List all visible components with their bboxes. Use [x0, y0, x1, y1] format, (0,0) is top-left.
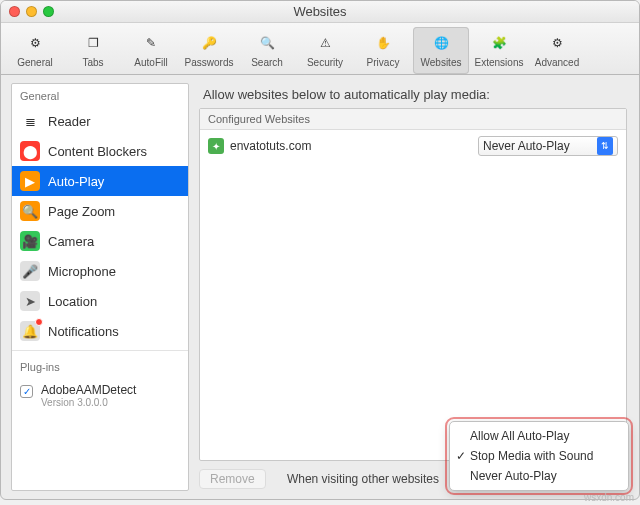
- passwords-icon: 🔑: [195, 29, 223, 57]
- plugin-checkbox[interactable]: ✓: [20, 385, 33, 398]
- toolbar-general[interactable]: ⚙General: [7, 27, 63, 74]
- toolbar-label: Security: [307, 57, 343, 68]
- sidebar-item-label: Auto-Play: [48, 174, 104, 189]
- sidebar-group-general: General: [12, 84, 188, 106]
- auto-play-icon: ▶: [20, 171, 40, 191]
- window-title: Websites: [1, 4, 639, 19]
- site-name: envatotuts.com: [230, 139, 472, 153]
- content-area: General ≣Reader⬤Content Blockers▶Auto-Pl…: [1, 75, 639, 499]
- reader-icon: ≣: [20, 111, 40, 131]
- content-blockers-icon: ⬤: [20, 141, 40, 161]
- plugin-version: Version 3.0.0.0: [41, 397, 136, 408]
- sidebar-item-label: Page Zoom: [48, 204, 115, 219]
- toolbar-label: Tabs: [82, 57, 103, 68]
- sidebar-item-label: Reader: [48, 114, 91, 129]
- toolbar-websites[interactable]: 🌐Websites: [413, 27, 469, 74]
- sidebar-item-camera[interactable]: 🎥Camera: [12, 226, 188, 256]
- toolbar-label: AutoFill: [134, 57, 167, 68]
- titlebar: Websites: [1, 1, 639, 23]
- toolbar-tabs[interactable]: ❐Tabs: [65, 27, 121, 74]
- preferences-toolbar: ⚙General❐Tabs✎AutoFill🔑Passwords🔍Search⚠…: [1, 23, 639, 75]
- footer-label: When visiting other websites: [287, 472, 439, 486]
- toolbar-label: General: [17, 57, 53, 68]
- toolbar-autofill[interactable]: ✎AutoFill: [123, 27, 179, 74]
- box-header: Configured Websites: [200, 109, 626, 130]
- privacy-icon: ✋: [369, 29, 397, 57]
- website-row[interactable]: ✦envatotuts.comNever Auto-Play⇅: [200, 130, 626, 162]
- toolbar-security[interactable]: ⚠Security: [297, 27, 353, 74]
- divider: [12, 350, 188, 351]
- menu-item-stop-media-with-sound[interactable]: Stop Media with Sound: [450, 446, 628, 466]
- sidebar-item-label: Content Blockers: [48, 144, 147, 159]
- security-icon: ⚠: [311, 29, 339, 57]
- sidebar-item-microphone[interactable]: 🎤Microphone: [12, 256, 188, 286]
- plugin-row[interactable]: ✓ AdobeAAMDetect Version 3.0.0.0: [12, 377, 188, 414]
- tabs-icon: ❐: [79, 29, 107, 57]
- location-icon: ➤: [20, 291, 40, 311]
- extensions-icon: 🧩: [485, 29, 513, 57]
- chevron-updown-icon: ⇅: [597, 137, 613, 155]
- configured-websites-box: Configured Websites ✦envatotuts.comNever…: [199, 108, 627, 461]
- traffic-lights: [9, 6, 54, 17]
- toolbar-extensions[interactable]: 🧩Extensions: [471, 27, 527, 74]
- remove-button[interactable]: Remove: [199, 469, 266, 489]
- sidebar-item-label: Notifications: [48, 324, 119, 339]
- sidebar-item-content-blockers[interactable]: ⬤Content Blockers: [12, 136, 188, 166]
- sidebar: General ≣Reader⬤Content Blockers▶Auto-Pl…: [11, 83, 189, 491]
- dropdown-value: Never Auto-Play: [483, 139, 570, 153]
- autofill-icon: ✎: [137, 29, 165, 57]
- toolbar-search[interactable]: 🔍Search: [239, 27, 295, 74]
- microphone-icon: 🎤: [20, 261, 40, 281]
- main-panel: Allow websites below to automatically pl…: [193, 75, 639, 499]
- sidebar-item-label: Camera: [48, 234, 94, 249]
- sidebar-item-reader[interactable]: ≣Reader: [12, 106, 188, 136]
- notification-badge: [35, 318, 43, 326]
- websites-icon: 🌐: [427, 29, 455, 57]
- toolbar-passwords[interactable]: 🔑Passwords: [181, 27, 237, 74]
- toolbar-label: Websites: [421, 57, 462, 68]
- menu-item-never-auto-play[interactable]: Never Auto-Play: [450, 466, 628, 486]
- menu-item-allow-all-auto-play[interactable]: Allow All Auto-Play: [450, 426, 628, 446]
- sidebar-item-label: Microphone: [48, 264, 116, 279]
- toolbar-label: Privacy: [367, 57, 400, 68]
- page-zoom-icon: 🔍: [20, 201, 40, 221]
- search-icon: 🔍: [253, 29, 281, 57]
- minimize-icon[interactable]: [26, 6, 37, 17]
- sidebar-item-notifications[interactable]: 🔔Notifications: [12, 316, 188, 346]
- toolbar-label: Passwords: [185, 57, 234, 68]
- toolbar-label: Advanced: [535, 57, 579, 68]
- main-heading: Allow websites below to automatically pl…: [203, 87, 627, 102]
- watermark: wsxdn.com: [584, 492, 634, 503]
- sidebar-group-plugins: Plug-ins: [12, 355, 188, 377]
- camera-icon: 🎥: [20, 231, 40, 251]
- advanced-icon: ⚙: [543, 29, 571, 57]
- sidebar-item-location[interactable]: ➤Location: [12, 286, 188, 316]
- toolbar-privacy[interactable]: ✋Privacy: [355, 27, 411, 74]
- sidebar-item-auto-play[interactable]: ▶Auto-Play: [12, 166, 188, 196]
- notifications-icon: 🔔: [20, 321, 40, 341]
- site-policy-dropdown[interactable]: Never Auto-Play⇅: [478, 136, 618, 156]
- site-favicon-icon: ✦: [208, 138, 224, 154]
- autoplay-policy-menu[interactable]: Allow All Auto-PlayStop Media with Sound…: [449, 421, 629, 491]
- plugin-name: AdobeAAMDetect: [41, 383, 136, 397]
- toolbar-label: Extensions: [475, 57, 524, 68]
- zoom-icon[interactable]: [43, 6, 54, 17]
- sidebar-item-label: Location: [48, 294, 97, 309]
- sidebar-item-page-zoom[interactable]: 🔍Page Zoom: [12, 196, 188, 226]
- preferences-window: Websites ⚙General❐Tabs✎AutoFill🔑Password…: [0, 0, 640, 500]
- close-icon[interactable]: [9, 6, 20, 17]
- toolbar-label: Search: [251, 57, 283, 68]
- toolbar-advanced[interactable]: ⚙Advanced: [529, 27, 585, 74]
- general-icon: ⚙: [21, 29, 49, 57]
